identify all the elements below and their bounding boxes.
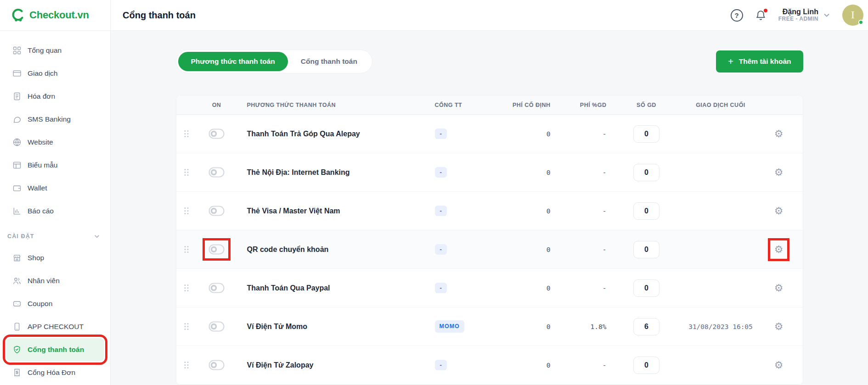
- drag-handle-icon[interactable]: [176, 168, 197, 176]
- toggle-off-icon[interactable]: [209, 321, 225, 332]
- gateway-badge: -: [435, 283, 447, 294]
- toggle-off-icon[interactable]: [209, 360, 225, 370]
- page-title: Cổng thanh toán: [123, 10, 196, 21]
- wallet-icon: [12, 184, 22, 193]
- sidebar-item-cong-thanh-toan[interactable]: Cổng thanh toán: [6, 338, 104, 361]
- pct-fee-value: -: [551, 246, 607, 253]
- tab-payment-methods[interactable]: Phương thức thanh toán: [178, 52, 288, 71]
- col-header-last-tx: GIAO DỊCH CUỐI: [687, 102, 755, 108]
- avatar[interactable]: I: [842, 5, 863, 26]
- gear-icon[interactable]: ⚙︎: [774, 322, 783, 332]
- sidebar-item-website[interactable]: Website: [6, 131, 104, 154]
- sidebar-item-nhan-vien[interactable]: Nhân viên: [6, 269, 104, 292]
- table-row: QR code chuyển khoản - 0 - 0 ⚙︎: [176, 230, 803, 269]
- grid-icon: [12, 46, 22, 55]
- gear-icon[interactable]: ⚙︎: [774, 206, 783, 216]
- sidebar-item-cong-hoa-on[interactable]: Cổng Hóa Đơn: [6, 361, 104, 384]
- sidebar-item-label: Cổng Hóa Đơn: [28, 368, 75, 377]
- chat-icon: [12, 115, 22, 124]
- tab-payment-gateways[interactable]: Cổng thanh toán: [288, 52, 370, 71]
- sidebar-item-app-checkout[interactable]: APP CHECKOUT: [6, 315, 104, 338]
- tx-count-badge: 0: [633, 279, 659, 297]
- payment-method-name: Thanh Toán Qua Paypal: [237, 284, 435, 292]
- last-tx-value: 31/08/2023 16:05: [687, 323, 755, 330]
- sidebar-item-sms-banking[interactable]: SMS Banking: [6, 108, 104, 131]
- payment-methods-table: ON PHƯƠNG THỨC THANH TOÁN CỔNG TT PHÍ CỐ…: [176, 95, 803, 385]
- sidebar: Checkout.vn Tổng quanGiao dịchHóa đơnSMS…: [0, 0, 111, 385]
- toggle-off-icon[interactable]: [209, 167, 225, 178]
- sidebar-item-giao-dich[interactable]: Giao dịch: [6, 62, 104, 85]
- sidebar-item-label: Tổng quan: [28, 46, 62, 55]
- sidebar-item-hoa-on[interactable]: Hóa đơn: [6, 85, 104, 108]
- gateway-badge: -: [435, 167, 447, 178]
- col-header-tx-count: SỐ GD: [607, 102, 687, 108]
- receipt-dollar-icon: [12, 368, 22, 377]
- sidebar-item-label: Shop: [28, 254, 44, 262]
- sidebar-item-label: Hóa đơn: [28, 92, 55, 100]
- table-body: Thanh Toán Trả Góp Qua Alepay - 0 - 0 ⚙︎…: [176, 115, 803, 385]
- col-header-gateway: CỔNG TT: [435, 102, 498, 108]
- online-status-dot: [858, 20, 863, 25]
- pct-fee-value: -: [551, 169, 607, 176]
- brand-name: Checkout.vn: [29, 9, 89, 21]
- pct-fee-value: -: [551, 362, 607, 369]
- pct-fee-value: 1.8%: [551, 323, 607, 330]
- fixed-fee-value: 0: [498, 169, 551, 176]
- tx-count-badge: 0: [633, 164, 659, 181]
- fixed-fee-value: 0: [498, 362, 551, 369]
- drag-handle-icon[interactable]: [176, 361, 197, 369]
- notifications-button[interactable]: [755, 10, 767, 21]
- table-row: Thanh Toán Trả Góp Qua Alepay - 0 - 0 ⚙︎: [176, 115, 803, 153]
- coupon-icon: [12, 299, 22, 308]
- gear-icon[interactable]: ⚙︎: [774, 245, 783, 255]
- table-row: Ví Điện Tử Zalopay - 0 - 0 ⚙︎: [176, 346, 803, 385]
- pct-fee-value: -: [551, 285, 607, 292]
- sidebar-item-bao-cao[interactable]: Báo cáo: [6, 200, 104, 223]
- avatar-initial: I: [851, 10, 855, 21]
- gear-icon[interactable]: ⚙︎: [774, 129, 783, 139]
- drag-handle-icon[interactable]: [176, 323, 197, 330]
- sidebar-item-tong-quan[interactable]: Tổng quan: [6, 39, 104, 62]
- sidebar-nav: Tổng quanGiao dịchHóa đơnSMS BankingWebs…: [0, 31, 110, 384]
- toggle-off-icon[interactable]: [209, 244, 225, 255]
- staff-icon: [12, 276, 22, 285]
- fixed-fee-value: 0: [498, 285, 551, 292]
- drag-handle-icon[interactable]: [176, 246, 197, 253]
- drag-handle-icon[interactable]: [176, 284, 197, 292]
- sidebar-item-wallet[interactable]: Wallet: [6, 177, 104, 200]
- brand-logo[interactable]: Checkout.vn: [0, 0, 110, 31]
- shop-icon: [12, 253, 22, 262]
- chevron-down-icon: [823, 11, 830, 19]
- main-content: Phương thức thanh toán Cổng thanh toán +…: [111, 31, 868, 385]
- section-label: CÀI ĐẶT: [7, 233, 34, 240]
- sidebar-item-bieu-mau[interactable]: Biểu mẫu: [6, 154, 104, 177]
- gear-icon[interactable]: ⚙︎: [774, 360, 783, 370]
- tx-count-badge: 0: [633, 202, 659, 220]
- payment-method-name: Ví Điện Tử Zalopay: [237, 361, 435, 369]
- user-name: Đặng Linh: [778, 8, 818, 16]
- sidebar-item-shop[interactable]: Shop: [6, 246, 104, 269]
- tx-count-badge: 0: [633, 125, 659, 143]
- add-account-button[interactable]: + Thêm tài khoản: [716, 50, 803, 73]
- sidebar-section-settings[interactable]: CÀI ĐẶT: [6, 226, 104, 246]
- sidebar-item-label: Nhân viên: [28, 277, 60, 285]
- tx-count-badge: 0: [633, 357, 659, 374]
- chevron-down-icon: [94, 233, 100, 240]
- sidebar-item-coupon[interactable]: Coupon: [6, 292, 104, 315]
- toggle-off-icon[interactable]: [209, 283, 225, 293]
- gateway-badge: -: [435, 244, 447, 255]
- globe-icon: [12, 138, 22, 147]
- fixed-fee-value: 0: [498, 207, 551, 215]
- help-icon[interactable]: ?: [731, 9, 743, 22]
- gateway-badge: MOMO: [435, 320, 464, 333]
- toggle-off-icon[interactable]: [209, 128, 225, 139]
- invoice-icon: [12, 92, 22, 101]
- gear-icon[interactable]: ⚙︎: [774, 283, 783, 293]
- user-menu[interactable]: Đặng Linh FREE - ADMIN: [778, 8, 830, 22]
- toggle-off-icon[interactable]: [209, 206, 225, 216]
- gear-icon[interactable]: ⚙︎: [774, 167, 783, 178]
- drag-handle-icon[interactable]: [176, 130, 197, 138]
- payment-method-name: Ví Điện Tử Momo: [237, 323, 435, 331]
- drag-handle-icon[interactable]: [176, 207, 197, 215]
- report-icon: [12, 206, 22, 216]
